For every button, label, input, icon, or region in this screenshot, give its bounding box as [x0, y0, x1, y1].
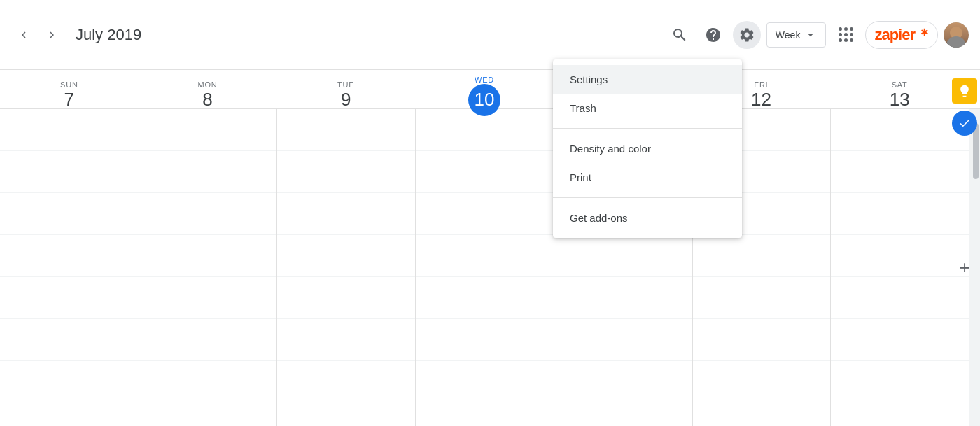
search-button[interactable] — [666, 21, 694, 49]
hour-slot — [416, 361, 554, 403]
hour-slot — [0, 235, 139, 277]
calendar-body — [0, 109, 980, 426]
day-name-mon: MON — [198, 80, 218, 89]
zapier-badge[interactable]: zapier ✱ — [865, 21, 938, 49]
hour-slot — [554, 319, 692, 361]
header: July 2019 Week — [0, 0, 980, 70]
menu-item-settings[interactable]: Settings — [553, 65, 742, 94]
hour-slot — [277, 319, 415, 361]
day-name-sun: SUN — [60, 80, 78, 89]
hour-slot — [554, 361, 692, 403]
day-name-tue: TUE — [337, 80, 354, 89]
hour-slot — [277, 277, 415, 319]
hour-slot — [693, 277, 831, 319]
zapier-star-icon: ✱ — [920, 27, 929, 38]
hour-slot — [139, 109, 277, 151]
day-col-mon[interactable] — [139, 109, 277, 426]
help-button[interactable] — [699, 21, 727, 49]
day-number-sun: 7 — [64, 89, 74, 111]
day-name-sat: SAT — [892, 80, 908, 89]
apps-grid-icon — [839, 27, 853, 42]
search-icon — [671, 27, 688, 43]
hour-slot — [554, 277, 692, 319]
day-col-wed[interactable] — [415, 109, 554, 426]
hour-slot — [831, 193, 969, 235]
menu-divider-1 — [553, 128, 742, 129]
avatar[interactable] — [944, 22, 969, 48]
hour-slot — [277, 109, 415, 151]
menu-item-density[interactable]: Density and color — [553, 134, 742, 163]
add-button[interactable]: + — [952, 255, 977, 280]
hour-slot — [831, 109, 969, 151]
hour-slot — [0, 109, 139, 151]
hour-slot — [416, 109, 554, 151]
day-number-tue: 9 — [341, 89, 351, 111]
hour-slot — [0, 319, 139, 361]
day-col-tue[interactable] — [276, 109, 415, 426]
day-number-mon: 8 — [202, 89, 212, 111]
lightbulb-icon — [958, 84, 972, 98]
help-icon — [705, 27, 722, 43]
hour-slot — [139, 151, 277, 193]
day-col-sun[interactable] — [0, 109, 139, 426]
dropdown-arrow-icon — [804, 29, 817, 41]
hour-slot — [416, 151, 554, 193]
hour-slot — [277, 193, 415, 235]
lightbulb-button[interactable] — [952, 78, 977, 104]
hour-slot — [0, 193, 139, 235]
zapier-logo: zapier — [874, 26, 915, 44]
day-number-fri: 12 — [751, 89, 771, 111]
header-actions: Week zapier ✱ — [666, 21, 969, 49]
hour-slot — [277, 151, 415, 193]
hour-slot — [831, 277, 969, 319]
hour-slot — [0, 151, 139, 193]
day-name-fri: FRI — [754, 80, 768, 89]
hour-slot — [0, 361, 139, 403]
view-label: Week — [776, 29, 801, 41]
plus-icon: + — [959, 257, 969, 278]
hour-slot — [416, 235, 554, 277]
day-headers: SUN 7 MON 8 TUE 9 WED 10 THU 11 FRI 12 S… — [0, 70, 980, 109]
day-number-sat: 13 — [890, 89, 910, 111]
hour-slot — [693, 319, 831, 361]
day-name-wed: WED — [475, 76, 494, 84]
settings-button[interactable] — [733, 21, 761, 49]
hour-slot — [277, 361, 415, 403]
next-button[interactable] — [39, 22, 64, 48]
apps-button[interactable] — [832, 21, 860, 49]
tasks-button[interactable] — [952, 111, 977, 136]
hour-slot — [139, 319, 277, 361]
check-icon — [958, 117, 971, 129]
menu-divider-2 — [553, 197, 742, 198]
hour-slot — [277, 235, 415, 277]
side-panel: + — [952, 78, 977, 280]
hour-slot — [831, 361, 969, 403]
hour-slot — [0, 277, 139, 319]
hour-slot — [416, 277, 554, 319]
hour-slot — [693, 361, 831, 403]
day-col-sat[interactable] — [830, 109, 969, 426]
prev-button[interactable] — [11, 22, 36, 48]
menu-item-print[interactable]: Print — [553, 163, 742, 192]
calendar-area: SUN 7 MON 8 TUE 9 WED 10 THU 11 FRI 12 S… — [0, 70, 980, 426]
hour-slot — [554, 235, 692, 277]
hour-slot — [831, 319, 969, 361]
view-selector[interactable]: Week — [766, 22, 827, 48]
month-title: July 2019 — [76, 26, 141, 44]
hour-slot — [831, 235, 969, 277]
hour-slot — [693, 235, 831, 277]
hour-slot — [139, 277, 277, 319]
settings-dropdown-menu: Settings Trash Density and color Print G… — [553, 59, 742, 238]
gear-icon — [738, 27, 755, 43]
menu-item-addons[interactable]: Get add-ons — [553, 204, 742, 232]
nav-buttons — [11, 22, 64, 48]
hour-slot — [416, 193, 554, 235]
hour-slot — [139, 361, 277, 403]
menu-item-trash[interactable]: Trash — [553, 94, 742, 122]
hour-slot — [139, 235, 277, 277]
hour-slot — [416, 319, 554, 361]
hour-slot — [139, 193, 277, 235]
hour-slot — [831, 151, 969, 193]
